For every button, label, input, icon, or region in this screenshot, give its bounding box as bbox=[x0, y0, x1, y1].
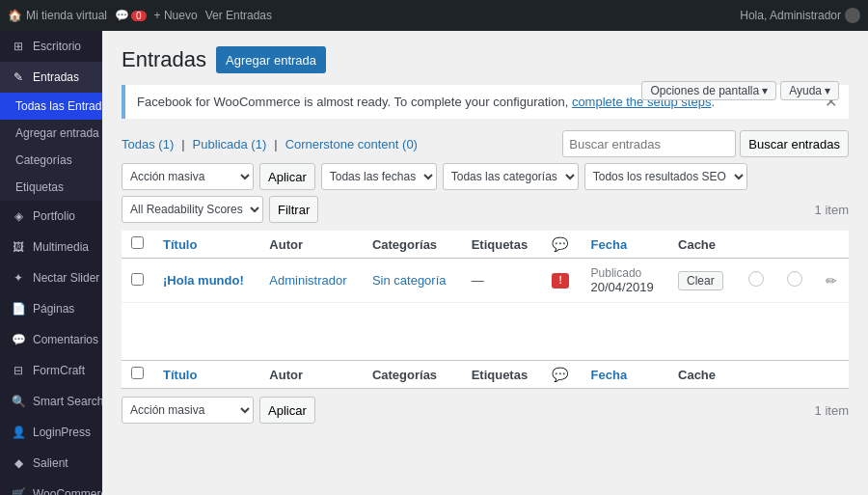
accion-masiva-wrap: Acción masiva Editar Mover a la papelera bbox=[122, 163, 254, 190]
row-checkbox[interactable] bbox=[131, 273, 144, 286]
accion-masiva-select[interactable]: Acción masiva Editar Mover a la papelera bbox=[122, 163, 253, 190]
sidebar-item-agregar-entrada[interactable]: Agregar entrada bbox=[0, 120, 102, 147]
row-category-cell: Sin categoría bbox=[363, 259, 462, 303]
search-button[interactable]: Buscar entradas bbox=[740, 130, 849, 157]
readability-wrap: All Readability Scores bbox=[122, 196, 263, 223]
sidebar-label-smart: Smart Search bbox=[33, 395, 102, 408]
readability-select[interactable]: All Readability Scores bbox=[122, 196, 262, 223]
chevron-down-icon-2: ▾ bbox=[825, 84, 830, 97]
th-icons-3 bbox=[814, 231, 849, 259]
th-footer-i2 bbox=[775, 361, 814, 389]
bottom-actions: Acción masiva Editar Mover a la papelera… bbox=[122, 397, 315, 424]
sidebar-item-multimedia[interactable]: 🖼 Multimedia bbox=[0, 232, 102, 262]
sidebar-label-portfolio: Portfolio bbox=[33, 209, 75, 223]
filter-todas-link[interactable]: Todas (1) bbox=[122, 137, 174, 151]
th-footer-checkbox bbox=[122, 361, 153, 389]
sidebar-item-portfolio[interactable]: ◈ Portfolio bbox=[0, 201, 102, 232]
comment-count-badge[interactable]: 💬 0 bbox=[115, 9, 147, 22]
row-checkbox-cell bbox=[122, 259, 153, 303]
fecha-sort-link[interactable]: Fecha bbox=[591, 237, 628, 252]
footer-select-all[interactable] bbox=[131, 367, 144, 379]
th-icons-1 bbox=[737, 231, 775, 259]
search-input[interactable] bbox=[562, 130, 736, 157]
salient-icon: ◆ bbox=[10, 454, 27, 472]
th-etiquetas: Etiquetas bbox=[462, 231, 543, 259]
th-footer-titulo: Título bbox=[153, 361, 259, 389]
ayuda-button[interactable]: Ayuda ▾ bbox=[780, 81, 839, 100]
page-top: Entradas Agregar entrada Opciones de pan… bbox=[122, 46, 849, 73]
sidebar-item-categorias[interactable]: Categorías bbox=[0, 147, 102, 174]
page-header: Entradas Agregar entrada bbox=[122, 46, 849, 73]
store-name[interactable]: 🏠 Mi tienda virtual bbox=[8, 9, 107, 22]
comment-footer-icon: 💬 bbox=[552, 367, 568, 382]
sidebar-label-escritorio: Escritorio bbox=[33, 40, 81, 53]
options-bar: Opciones de pantalla ▾ Ayuda ▾ bbox=[641, 81, 839, 100]
sidebar-item-smart[interactable]: 🔍 Smart Search bbox=[0, 386, 102, 417]
th-cache: Cache bbox=[668, 231, 737, 259]
sidebar-item-salient[interactable]: ◆ Salient bbox=[0, 448, 102, 479]
sidebar-item-paginas[interactable]: 📄 Páginas bbox=[0, 293, 102, 324]
nuevo-link[interactable]: + Nuevo bbox=[154, 9, 198, 22]
top-bar: 🏠 Mi tienda virtual 💬 0 + Nuevo Ver Entr… bbox=[0, 0, 868, 31]
fechas-wrap: Todas las fechas bbox=[321, 163, 437, 190]
cache-clear-button[interactable]: Clear bbox=[678, 271, 723, 290]
author-link[interactable]: Administrador bbox=[269, 273, 346, 288]
ver-entradas-link[interactable]: Ver Entradas bbox=[205, 9, 272, 22]
footer-titulo-link[interactable]: Título bbox=[163, 368, 197, 382]
categorias-select[interactable]: Todas las categorías bbox=[444, 163, 578, 190]
sidebar-item-etiquetas[interactable]: Etiquetas bbox=[0, 174, 102, 201]
th-categorias: Categorías bbox=[363, 231, 462, 259]
aplicar-button-bottom[interactable]: Aplicar bbox=[259, 397, 315, 424]
sidebar-label-nectar: Nectar Slider bbox=[33, 271, 99, 285]
aplicar-button-top[interactable]: Aplicar bbox=[259, 163, 315, 190]
seo-select[interactable]: Todos los resultados SEO bbox=[585, 163, 746, 190]
sidebar-item-woo[interactable]: 🛒 WooCommerce bbox=[0, 479, 102, 495]
categorias-label: Categorías bbox=[15, 153, 72, 167]
sidebar-item-escritorio[interactable]: ⊞ Escritorio bbox=[0, 31, 102, 62]
escritorio-icon: ⊞ bbox=[10, 38, 27, 55]
comment-bubble[interactable]: ! bbox=[552, 273, 569, 289]
circle-icon-1 bbox=[748, 271, 764, 287]
sidebar-label-comentarios: Comentarios bbox=[33, 333, 98, 346]
th-footer-comment: 💬 bbox=[542, 361, 581, 389]
sidebar-item-comentarios[interactable]: 💬 Comentarios bbox=[0, 324, 102, 355]
th-footer-categorias: Categorías bbox=[363, 361, 462, 389]
pantalla-options-button[interactable]: Opciones de pantalla ▾ bbox=[641, 81, 776, 100]
sidebar-item-nectar[interactable]: ✦ Nectar Slider bbox=[0, 262, 102, 293]
add-entry-button[interactable]: Agregar entrada bbox=[216, 46, 326, 73]
category-link[interactable]: Sin categoría bbox=[372, 273, 447, 288]
chevron-down-icon: ▾ bbox=[762, 84, 768, 97]
sidebar-item-entradas[interactable]: ✎ Entradas bbox=[0, 62, 102, 93]
fechas-select[interactable]: Todas las fechas bbox=[322, 163, 436, 190]
loginpress-icon: 👤 bbox=[10, 424, 27, 441]
filter-bar: Todas (1) | Publicada (1) | Cornerstone … bbox=[122, 130, 849, 157]
sidebar-label-formcraft: FormCraft bbox=[33, 364, 85, 377]
topbar-left: 🏠 Mi tienda virtual 💬 0 + Nuevo Ver Entr… bbox=[8, 9, 272, 22]
edit-icon-button[interactable]: ✏ bbox=[824, 271, 839, 290]
sidebar-label-salient: Salient bbox=[33, 456, 68, 470]
bottom-accion-masiva-select[interactable]: Acción masiva Editar Mover a la papelera bbox=[122, 397, 253, 424]
th-footer-cache: Cache bbox=[668, 361, 737, 389]
row-circle1-cell bbox=[737, 259, 775, 303]
titulo-sort-link[interactable]: Título bbox=[163, 237, 197, 252]
sidebar-item-todas-entradas[interactable]: Todas las Entradas bbox=[0, 93, 102, 120]
filter-publicada-link[interactable]: Publicada (1) bbox=[193, 137, 267, 151]
sidebar-item-formcraft[interactable]: ⊟ FormCraft bbox=[0, 355, 102, 386]
th-autor: Autor bbox=[259, 231, 363, 259]
avatar bbox=[845, 8, 860, 23]
sidebar-item-loginpress[interactable]: 👤 LoginPress bbox=[0, 417, 102, 448]
entry-title-link[interactable]: ¡Hola mundo! bbox=[163, 273, 244, 288]
filtrar-button[interactable]: Filtrar bbox=[269, 196, 318, 223]
footer-fecha-link[interactable]: Fecha bbox=[591, 368, 628, 382]
date-value: 20/04/2019 bbox=[591, 280, 659, 294]
circle-icon-2 bbox=[787, 271, 802, 287]
sidebar-label-woo: WooCommerce bbox=[33, 487, 102, 495]
row-author-cell: Administrador bbox=[259, 259, 363, 303]
todas-entradas-label: Todas las Entradas bbox=[15, 99, 102, 113]
sidebar: ⊞ Escritorio ✎ Entradas Todas las Entrad… bbox=[0, 31, 102, 495]
table-body: ¡Hola mundo! Administrador Sin categoría… bbox=[122, 259, 849, 389]
select-all-checkbox[interactable] bbox=[131, 236, 144, 249]
filter-cornerstone-link[interactable]: Cornerstone content (0) bbox=[285, 137, 418, 151]
woo-icon: 🛒 bbox=[10, 485, 27, 495]
sidebar-sub-entradas: Todas las Entradas Agregar entrada Categ… bbox=[0, 93, 102, 201]
